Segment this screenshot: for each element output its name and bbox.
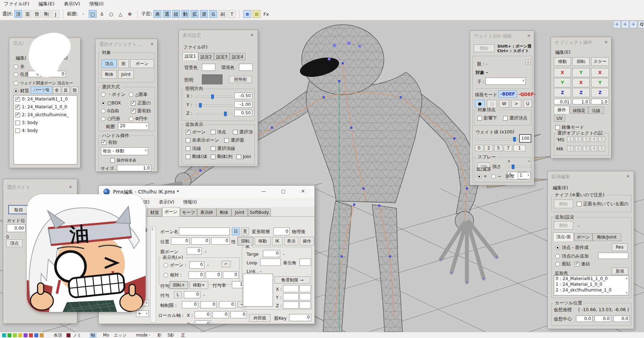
brush-gt-button[interactable]: >	[511, 100, 521, 108]
grid-icon[interactable]: ⊞	[253, 10, 260, 18]
vertex-button[interactable]: 頂点	[6, 239, 23, 247]
subwin-g-button[interactable]: G	[209, 10, 217, 18]
status-mo[interactable]: Mo	[103, 333, 109, 338]
move-step-input[interactable]: 0.01	[554, 99, 571, 104]
tab-rigid-joint[interactable]: 剛体/Joint	[592, 233, 621, 241]
remove-button[interactable]: 除	[71, 87, 79, 94]
en-button[interactable]: 英	[241, 227, 249, 235]
tab-value[interactable]: 値指定	[570, 107, 588, 114]
radio-circle-center[interactable]	[129, 117, 133, 121]
selface-checkbox[interactable]	[224, 138, 229, 143]
ms-slot-3[interactable]: 3	[583, 136, 589, 142]
menu-edit[interactable]: 編集(E)	[35, 0, 58, 7]
angle-limit-button[interactable]: 角度制限 →	[274, 276, 310, 284]
axis-y-input[interactable]: 0	[200, 301, 217, 308]
qdef-button[interactable]: -QDEF-	[518, 92, 536, 97]
center-z-input[interactable]: 0.0	[613, 315, 630, 322]
center-y-input[interactable]: 0.0	[595, 315, 611, 322]
bg-color-swatch[interactable]	[202, 64, 215, 71]
handle-mode-dropdown[interactable]: 複合 - 移動∨	[101, 147, 148, 155]
new-button[interactable]: 新規	[612, 268, 628, 275]
radio-weight-bone[interactable]	[14, 81, 18, 85]
material-checkbox[interactable]	[15, 121, 20, 125]
disp-bone-radio[interactable]	[164, 263, 168, 268]
minimize-button[interactable]: —	[256, 186, 271, 196]
menu-info[interactable]: 情報(I)	[183, 199, 197, 205]
rotate-y-button[interactable]: Y	[572, 68, 590, 77]
menu-view[interactable]: 表示(V)	[159, 199, 174, 205]
angle-y1-input[interactable]	[283, 293, 299, 300]
mr-slot-1[interactable]: 1	[567, 146, 574, 151]
flag-move-button[interactable]: 移動	[255, 237, 270, 245]
tab-uv[interactable]: UV	[554, 114, 565, 122]
target-rigid-button[interactable]: 剛体	[102, 70, 117, 79]
subwin-t-button[interactable]: T	[228, 10, 236, 18]
tab-display[interactable]: 表示枠	[197, 209, 216, 216]
range-dropdown[interactable]: 20∨	[118, 123, 149, 130]
list-item[interactable]: 2 : 24_skcthulhumine_1_0	[554, 287, 629, 293]
status-knife[interactable]: ノミ	[73, 333, 82, 338]
range-point-button[interactable]: ・	[79, 10, 87, 18]
hide-on-op-checkbox[interactable]	[110, 158, 115, 163]
subwin-pattern-button[interactable]: 紋	[172, 10, 180, 18]
y-value-input[interactable]: -1.00	[234, 101, 252, 108]
scale-button[interactable]: スケー	[591, 57, 609, 66]
status-axis[interactable]: 軸	[89, 333, 97, 338]
tab-settings1[interactable]: 設定1	[182, 52, 198, 60]
select-face-button[interactable]: 面	[24, 10, 31, 18]
tab-normal[interactable]: 法線	[588, 107, 604, 114]
color-chip[interactable]	[29, 333, 33, 337]
quick-100-button[interactable]: 1	[513, 145, 526, 151]
start-button[interactable]: 開始	[474, 44, 494, 52]
local-z1-input[interactable]: 0	[195, 320, 211, 324]
mr-slot-2[interactable]: 2	[575, 146, 581, 151]
ms-slot-2[interactable]: 2	[575, 136, 581, 142]
quick-75-button[interactable]: 7	[504, 145, 512, 151]
target-icon[interactable]: ⊕	[243, 10, 251, 18]
scroll-up-icon[interactable]: ∧	[625, 276, 628, 280]
angle-z2-input[interactable]	[299, 302, 311, 309]
radio-range[interactable]	[14, 72, 18, 77]
status-self-shadow[interactable]: S影	[167, 333, 174, 338]
parent-bone-input[interactable]: 0	[187, 248, 202, 255]
local-x2-input[interactable]: 0	[213, 311, 229, 318]
close-icon[interactable]: ✕	[625, 173, 631, 179]
grant-rotate-button[interactable]: 回転+	[170, 281, 188, 289]
move-y-button[interactable]: Y	[554, 78, 571, 87]
color-chip[interactable]	[34, 333, 38, 337]
flag-operate-button[interactable]: 操作	[300, 237, 314, 245]
bdef-button[interactable]: -BDEF	[498, 90, 517, 98]
selvertex-checkbox[interactable]	[233, 130, 238, 134]
bone-name-input[interactable]	[179, 227, 230, 235]
res-button[interactable]: Res	[612, 243, 628, 251]
mr-slot-5[interactable]: 5	[599, 146, 605, 151]
tab-vertex-face[interactable]: 頂点-面	[553, 232, 574, 241]
tab-bone[interactable]: ボーン	[574, 233, 592, 241]
joint-checkbox[interactable]	[236, 155, 241, 159]
rel-x-input[interactable]: 0	[189, 271, 204, 279]
tab-softbody[interactable]: SoftBody	[248, 209, 271, 216]
material-color-chip[interactable]	[67, 333, 70, 337]
hidden-bone-checkbox[interactable]	[186, 138, 190, 143]
bone-list-scrollbar[interactable]: ∧	[150, 227, 156, 323]
status-front[interactable]: 正	[181, 333, 185, 338]
scroll-up-icon[interactable]: ∧	[151, 227, 153, 231]
weight-value-input[interactable]: 100	[519, 134, 531, 143]
parent-key-input[interactable]: 0	[289, 314, 311, 321]
angle-x2-input[interactable]	[299, 285, 311, 292]
tab-operate[interactable]: 操作	[554, 106, 570, 114]
ms-slot-1[interactable]: 1	[567, 136, 574, 142]
list-item[interactable]: 1 : 24_Material_1_0_0	[554, 281, 629, 287]
panel-menu-edit[interactable]: 編集(E)	[555, 49, 571, 55]
brush-circle-button[interactable]: ○	[487, 100, 497, 108]
rel-y-input[interactable]: 0	[206, 271, 221, 279]
tab-bone[interactable]: ボーン	[162, 207, 180, 216]
move-button[interactable]: 移動	[554, 57, 571, 66]
color-chip[interactable]	[18, 333, 22, 337]
weight-slider[interactable]	[475, 138, 518, 140]
close-icon[interactable]: ✕	[603, 39, 609, 45]
tab-settings3[interactable]: 設定3	[214, 53, 230, 60]
close-button[interactable]: ✕	[296, 186, 311, 196]
select-bone-button[interactable]: 骨	[33, 10, 41, 18]
subwin-view-button[interactable]: 表	[153, 10, 161, 18]
